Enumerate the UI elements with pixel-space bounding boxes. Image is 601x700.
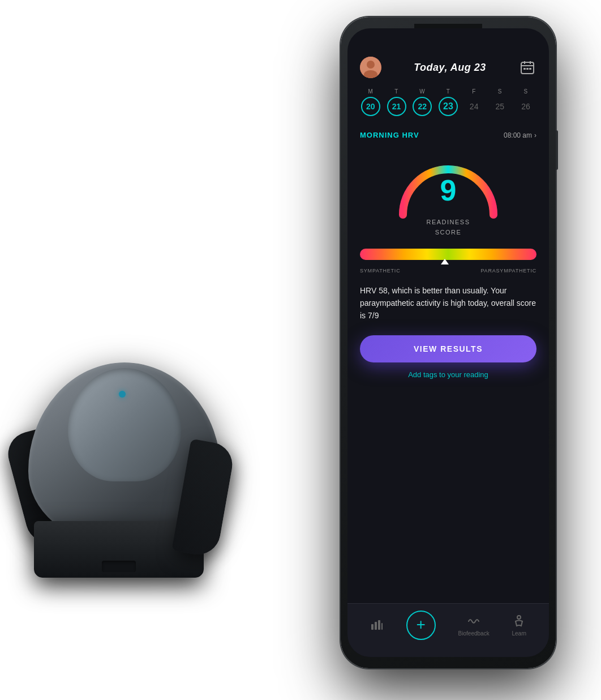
- add-tags-link[interactable]: Add tags to your reading: [347, 367, 549, 385]
- week-day-num-sun[interactable]: 26: [516, 97, 535, 116]
- scene: Today, Aug 23: [0, 0, 601, 700]
- week-day-label-tue: T: [394, 88, 398, 95]
- week-day-wed[interactable]: W 22: [413, 88, 432, 116]
- svg-point-1: [367, 61, 375, 69]
- chart-icon: [370, 618, 384, 632]
- week-day-num-thu[interactable]: 23: [439, 97, 458, 116]
- week-day-fri[interactable]: F 24: [465, 88, 484, 116]
- week-day-label-fri: F: [472, 88, 476, 95]
- gauge-container: 9 READINESS SCORE: [347, 144, 549, 237]
- svg-rect-8: [526, 68, 529, 70]
- hrv-bar-marker: [441, 259, 449, 264]
- sensor-device: [17, 351, 232, 589]
- svg-rect-11: [371, 624, 374, 630]
- app: Today, Aug 23: [347, 28, 549, 657]
- week-day-sun[interactable]: S 26: [516, 88, 535, 116]
- bottom-nav: + Biofeedback Learn: [347, 603, 549, 657]
- readiness-line2: SCORE: [435, 229, 462, 236]
- week-day-label-wed: W: [419, 88, 425, 95]
- hrv-bar-container: SYMPATHETIC PARASYMPATHETIC: [347, 237, 549, 277]
- nav-add-button[interactable]: +: [406, 611, 436, 640]
- plus-icon: +: [417, 617, 426, 633]
- header-date: Today, Aug 23: [414, 62, 486, 74]
- week-day-label-mon: M: [368, 88, 373, 95]
- learn-label: Learn: [512, 630, 527, 637]
- phone-side-button: [556, 130, 558, 170]
- chevron-right-icon: ›: [534, 131, 536, 139]
- avatar[interactable]: [360, 57, 381, 78]
- biofeedback-icon: [467, 614, 480, 628]
- week-strip: M 20 T 21 W 22 T 23: [347, 84, 549, 125]
- biofeedback-label: Biofeedback: [458, 630, 490, 637]
- week-day-mon[interactable]: M 20: [361, 88, 380, 116]
- nav-item-chart[interactable]: [370, 618, 384, 632]
- week-day-tue[interactable]: T 21: [387, 88, 406, 116]
- svg-rect-12: [375, 622, 377, 630]
- week-day-num-sat[interactable]: 25: [490, 97, 509, 116]
- svg-rect-13: [378, 620, 380, 630]
- week-day-sat[interactable]: S 25: [490, 88, 509, 116]
- morning-hrv-label: MORNING HRV: [360, 131, 419, 139]
- nav-item-biofeedback[interactable]: Biofeedback: [458, 614, 490, 637]
- section-header: MORNING HRV 08:00 am ›: [347, 125, 549, 144]
- app-header: Today, Aug 23: [347, 28, 549, 84]
- gauge-svg: 9: [392, 150, 505, 223]
- view-results-button[interactable]: VIEW RESULTS: [360, 335, 536, 362]
- week-day-thu[interactable]: T 23: [439, 88, 458, 116]
- time-value: 08:00 am: [504, 131, 532, 139]
- week-day-num-mon[interactable]: 20: [361, 97, 380, 116]
- svg-rect-7: [523, 68, 526, 70]
- sympathetic-label: SYMPATHETIC: [360, 268, 400, 274]
- time-label: 08:00 am ›: [504, 131, 536, 139]
- phone-screen: Today, Aug 23: [347, 28, 549, 657]
- svg-rect-9: [529, 68, 531, 70]
- week-day-num-wed[interactable]: 22: [413, 97, 432, 116]
- week-day-label-thu: T: [447, 88, 450, 95]
- readiness-label: READINESS SCORE: [426, 217, 470, 237]
- svg-text:9: 9: [440, 174, 457, 207]
- week-day-num-fri[interactable]: 24: [465, 97, 484, 116]
- parasympathetic-label: PARASYMPATHETIC: [480, 268, 536, 274]
- week-day-label-sat: S: [498, 88, 502, 95]
- nav-item-learn[interactable]: Learn: [512, 614, 527, 637]
- phone: Today, Aug 23: [341, 17, 556, 668]
- readiness-line1: READINESS: [426, 219, 470, 225]
- svg-rect-14: [381, 623, 383, 630]
- learn-icon: [512, 614, 526, 628]
- calendar-icon[interactable]: [518, 58, 536, 76]
- hrv-description: HRV 58, which is better than usually. Yo…: [347, 277, 549, 327]
- week-day-num-tue[interactable]: 21: [387, 97, 406, 116]
- week-day-label-sun: S: [523, 88, 527, 95]
- hrv-bar: [360, 249, 536, 260]
- svg-point-15: [517, 616, 521, 619]
